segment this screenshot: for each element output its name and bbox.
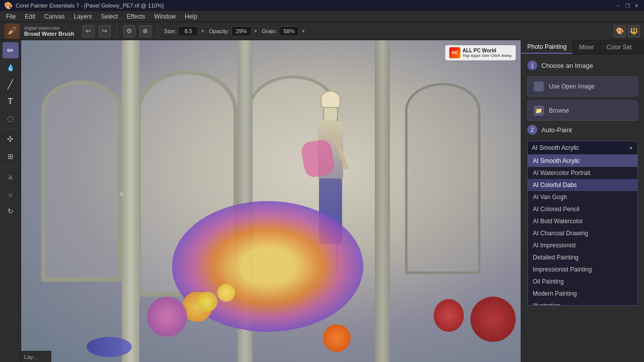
step2-header: 2 Auto-Paint (527, 125, 638, 135)
panel-content: 1 Choose an Image ⬚ Use Open Image 📁 Bro… (521, 54, 644, 362)
tool-separator-2 (4, 166, 18, 167)
brush-variant: Broad Water Brush (24, 31, 74, 37)
dropdown-option-modern-painting[interactable]: Modern Painting (528, 288, 637, 300)
brush-category: Digital Watercolor (24, 26, 74, 31)
text-tool-button[interactable]: T (3, 94, 19, 110)
size-input[interactable] (178, 26, 198, 36)
grain-input[interactable] (279, 26, 299, 36)
dropdown-option-ai-watercolor-portrait[interactable]: AI Watercolor Portrait (528, 167, 637, 179)
dropdown-option-oil-painting[interactable]: Oil Painting (528, 276, 637, 288)
opacity-label: Opacity: (209, 28, 229, 34)
watermark-text: ALL PC World Top Apps One Click Away (462, 48, 512, 58)
redo-button[interactable]: ↪ (99, 25, 111, 37)
brush-options-button[interactable]: ⚙ (123, 25, 135, 37)
tab-photo-painting[interactable]: Photo Painting (521, 40, 573, 54)
undo-button[interactable]: ↩ (83, 25, 95, 37)
yellow-blob-2 (217, 284, 235, 302)
dropdown-option-ai-colorful-dabs[interactable]: AI Colorful Dabs (528, 179, 637, 191)
auto-paint-dropdown-selected[interactable]: AI Smooth Acrylic ▼ (527, 141, 638, 155)
menu-canvas[interactable]: Canvas (40, 12, 69, 21)
menu-window[interactable]: Window (150, 12, 180, 21)
watermark: PC ALL PC World Top Apps One Click Away (445, 45, 516, 60)
brush-toggle-button[interactable]: ⊕ (139, 25, 151, 37)
opacity-group: Opacity: ▼ (209, 26, 258, 36)
menu-help[interactable]: Help (181, 12, 201, 21)
color-mode-button[interactable]: 🎨 (614, 25, 626, 37)
canvas-area[interactable]: ≡ PC ALL PC World Top Apps One Click Awa… (21, 40, 521, 362)
large-red-fruit (470, 297, 516, 342)
menu-edit[interactable]: Edit (21, 12, 39, 21)
close-button[interactable]: ✕ (633, 2, 640, 9)
column-3 (375, 40, 390, 362)
tab-mixer[interactable]: Mixer (573, 40, 600, 54)
menu-select[interactable]: Select (97, 12, 122, 21)
step1-header: 1 Choose an Image (527, 60, 638, 70)
dropdown-option-ai-van-gogh[interactable]: AI Van Gogh (528, 191, 637, 203)
window-title: Corel Painter Essentials 7 - [Pavel Golo… (16, 3, 164, 9)
size-dropdown-arrow[interactable]: ▼ (200, 29, 205, 34)
browse-label: Browse (549, 107, 569, 114)
browse-icon: 📁 (534, 106, 544, 116)
opacity-dropdown-arrow[interactable]: ▼ (254, 29, 258, 34)
use-open-image-label: Use Open Image (549, 83, 595, 90)
menu-effects[interactable]: Effects (123, 12, 149, 21)
layers-partial-tab[interactable]: Lay... (21, 351, 51, 362)
arch-right (405, 83, 480, 274)
title-bar-right: ─ ❐ ✕ (615, 2, 640, 9)
red-fruit (434, 299, 464, 332)
restore-button[interactable]: ❐ (624, 2, 631, 9)
use-open-image-button[interactable]: ⬚ Use Open Image (527, 76, 638, 97)
blender-tool-button[interactable]: ◌ (3, 111, 19, 127)
main-area: ✏ 💧 ╱ T ◌ ✣ ⊞ ⚔ ⌕ ↻ (0, 40, 644, 362)
dropdown-option-impressionist-painting[interactable]: Impressionist Painting (528, 263, 637, 276)
yellow-blob-1 (197, 292, 217, 312)
menu-file[interactable]: File (2, 12, 20, 21)
step2-title: Auto-Paint (541, 126, 572, 134)
minimize-button[interactable]: ─ (615, 2, 622, 9)
dropdown-option-ai-bold-watercolor[interactable]: AI Bold Watercolor (528, 215, 637, 227)
fruit-2 (147, 297, 187, 337)
arch-left (41, 80, 122, 282)
tab-color-set[interactable]: Color Set (600, 40, 638, 54)
menu-bar: File Edit Canvas Layers Select Effects W… (0, 11, 644, 22)
panel-tabs: Photo Painting Mixer Color Set (521, 40, 644, 54)
brush-preview[interactable]: 🖌 (4, 23, 20, 39)
dropdown-arrow-icon: ▼ (628, 145, 633, 151)
menu-layers[interactable]: Layers (70, 12, 96, 21)
brush-tool-button[interactable]: ✏ (3, 42, 19, 58)
opacity-input[interactable] (231, 26, 252, 36)
tool-separator-1 (4, 129, 18, 129)
step1-title: Choose an Image (541, 62, 593, 69)
rectangular-tool-button[interactable]: ⊞ (3, 148, 19, 164)
right-tool-icons: 🎨 🔱 (614, 25, 640, 37)
browse-button[interactable]: 📁 Browse (527, 101, 638, 121)
grain-dropdown-arrow[interactable]: ▼ (301, 29, 305, 34)
watermark-logo: PC (449, 47, 460, 58)
dropdown-option-detailed-painting[interactable]: Detailed Painting (528, 251, 637, 263)
step2-number: 2 (527, 125, 537, 135)
left-toolbar: ✏ 💧 ╱ T ◌ ✣ ⊞ ⚔ ⌕ ↻ (0, 40, 21, 362)
separator2 (157, 25, 158, 37)
dropdown-option-ai-charcoal-drawing[interactable]: AI Charcoal Drawing (528, 227, 637, 239)
grain-label: Grain: (262, 28, 277, 34)
transform-tool-button[interactable]: ✣ (3, 131, 19, 147)
dropdown-option-illustration[interactable]: Illustration (528, 300, 637, 306)
column-1 (122, 40, 139, 362)
brush-info: Digital Watercolor Broad Water Brush (24, 26, 74, 37)
grain-group: Grain: ▼ (262, 26, 306, 36)
dropdown-option-ai-impressionist[interactable]: AI Impressionist (528, 239, 637, 251)
step1-number: 1 (527, 60, 537, 70)
canvas-painting: ≡ (21, 40, 521, 362)
symmetry-button[interactable]: 🔱 (628, 25, 640, 37)
magnifier-tool-button[interactable]: ⌕ (3, 186, 19, 202)
auto-paint-dropdown-list: AI Smooth Acrylic AI Watercolor Portrait… (527, 155, 638, 306)
dropdown-selected-value: AI Smooth Acrylic (532, 144, 579, 151)
line-tool-button[interactable]: ╱ (3, 76, 19, 93)
eyedropper-tool-button[interactable]: 💧 (3, 59, 19, 75)
hamburger-menu-icon[interactable]: ≡ (119, 190, 123, 198)
right-panel: Photo Painting Mixer Color Set 1 Choose … (521, 40, 644, 362)
rotate-tool-button[interactable]: ↻ (3, 203, 19, 219)
knife-tool-button[interactable]: ⚔ (3, 169, 19, 185)
dropdown-option-ai-colored-pencil[interactable]: AI Colored Pencil (528, 203, 637, 215)
dropdown-option-ai-smooth-acrylic[interactable]: AI Smooth Acrylic (528, 155, 637, 167)
